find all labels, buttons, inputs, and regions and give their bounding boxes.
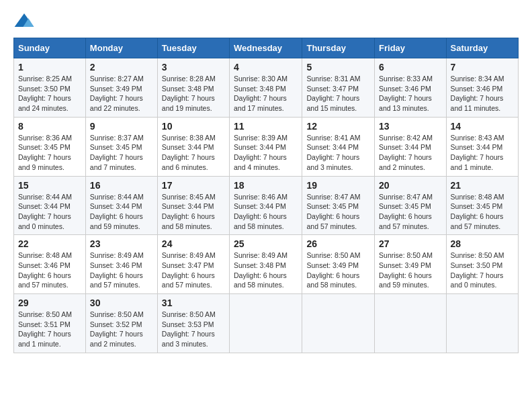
- day-info: Sunrise: 8:31 AM Sunset: 3:47 PM Dayligh…: [306, 74, 370, 113]
- day-cell: 12 Sunrise: 8:41 AM Sunset: 3:44 PM Dayl…: [302, 117, 375, 176]
- day-info: Sunrise: 8:46 AM Sunset: 3:44 PM Dayligh…: [234, 192, 298, 232]
- week-row-4: 22 Sunrise: 8:48 AM Sunset: 3:46 PM Dayl…: [14, 235, 519, 294]
- logo: [13, 11, 38, 32]
- day-cell: 15 Sunrise: 8:44 AM Sunset: 3:44 PM Dayl…: [14, 176, 86, 235]
- day-number: 10: [162, 121, 225, 132]
- day-number: 25: [234, 238, 298, 249]
- day-cell: 2 Sunrise: 8:27 AM Sunset: 3:49 PM Dayli…: [85, 58, 157, 118]
- day-info: Sunrise: 8:39 AM Sunset: 3:44 PM Dayligh…: [234, 133, 298, 173]
- day-number: 29: [18, 298, 81, 308]
- day-info: Sunrise: 8:50 AM Sunset: 3:51 PM Dayligh…: [18, 310, 81, 349]
- day-cell: 24 Sunrise: 8:49 AM Sunset: 3:47 PM Dayl…: [157, 235, 229, 294]
- header-wednesday: Wednesday: [230, 38, 302, 58]
- day-cell: 14 Sunrise: 8:43 AM Sunset: 3:44 PM Dayl…: [446, 117, 518, 176]
- day-number: 26: [306, 238, 370, 249]
- day-cell: 27 Sunrise: 8:50 AM Sunset: 3:49 PM Dayl…: [375, 235, 446, 294]
- header-monday: Monday: [85, 38, 157, 58]
- day-info: Sunrise: 8:49 AM Sunset: 3:46 PM Dayligh…: [90, 250, 153, 290]
- day-info: Sunrise: 8:25 AM Sunset: 3:50 PM Dayligh…: [18, 74, 81, 113]
- day-info: Sunrise: 8:43 AM Sunset: 3:44 PM Dayligh…: [451, 133, 514, 173]
- day-cell: 21 Sunrise: 8:48 AM Sunset: 3:45 PM Dayl…: [446, 176, 518, 235]
- day-info: Sunrise: 8:50 AM Sunset: 3:52 PM Dayligh…: [90, 310, 153, 349]
- day-info: Sunrise: 8:42 AM Sunset: 3:44 PM Dayligh…: [379, 133, 441, 173]
- day-number: 16: [90, 180, 153, 191]
- day-cell: 7 Sunrise: 8:34 AM Sunset: 3:46 PM Dayli…: [446, 58, 518, 118]
- day-number: 1: [18, 62, 81, 73]
- day-info: Sunrise: 8:30 AM Sunset: 3:48 PM Dayligh…: [234, 74, 298, 113]
- day-number: 13: [379, 121, 441, 132]
- day-number: 21: [451, 180, 514, 191]
- day-cell: 29 Sunrise: 8:50 AM Sunset: 3:51 PM Dayl…: [14, 294, 86, 353]
- day-info: Sunrise: 8:44 AM Sunset: 3:44 PM Dayligh…: [90, 192, 153, 232]
- day-info: Sunrise: 8:28 AM Sunset: 3:48 PM Dayligh…: [162, 74, 225, 113]
- day-cell: 30 Sunrise: 8:50 AM Sunset: 3:52 PM Dayl…: [85, 294, 157, 353]
- page-header: [13, 11, 519, 32]
- header-friday: Friday: [375, 38, 446, 58]
- day-info: Sunrise: 8:33 AM Sunset: 3:46 PM Dayligh…: [379, 74, 441, 113]
- day-info: Sunrise: 8:50 AM Sunset: 3:50 PM Dayligh…: [451, 250, 514, 290]
- day-cell: 17 Sunrise: 8:45 AM Sunset: 3:44 PM Dayl…: [157, 176, 229, 235]
- header-row: SundayMondayTuesdayWednesdayThursdayFrid…: [14, 38, 519, 58]
- day-cell: 19 Sunrise: 8:47 AM Sunset: 3:45 PM Dayl…: [302, 176, 375, 235]
- day-cell: 10 Sunrise: 8:38 AM Sunset: 3:44 PM Dayl…: [157, 117, 229, 176]
- week-row-2: 8 Sunrise: 8:36 AM Sunset: 3:45 PM Dayli…: [14, 117, 519, 176]
- day-number: 23: [90, 238, 153, 249]
- day-number: 5: [306, 62, 370, 73]
- day-info: Sunrise: 8:48 AM Sunset: 3:45 PM Dayligh…: [451, 192, 514, 232]
- day-cell: 16 Sunrise: 8:44 AM Sunset: 3:44 PM Dayl…: [85, 176, 157, 235]
- day-info: Sunrise: 8:45 AM Sunset: 3:44 PM Dayligh…: [162, 192, 225, 232]
- day-number: 31: [162, 298, 225, 308]
- day-number: 20: [379, 180, 441, 191]
- day-cell: 13 Sunrise: 8:42 AM Sunset: 3:44 PM Dayl…: [375, 117, 446, 176]
- day-number: 12: [306, 121, 370, 132]
- logo-icon: [13, 11, 35, 32]
- day-cell: 25 Sunrise: 8:49 AM Sunset: 3:48 PM Dayl…: [230, 235, 302, 294]
- day-cell: 8 Sunrise: 8:36 AM Sunset: 3:45 PM Dayli…: [14, 117, 86, 176]
- day-number: 22: [18, 238, 81, 249]
- day-number: 30: [90, 298, 153, 308]
- day-number: 14: [451, 121, 514, 132]
- day-cell: 18 Sunrise: 8:46 AM Sunset: 3:44 PM Dayl…: [230, 176, 302, 235]
- day-number: 7: [451, 62, 514, 73]
- day-number: 11: [234, 121, 298, 132]
- day-info: Sunrise: 8:50 AM Sunset: 3:53 PM Dayligh…: [162, 310, 225, 349]
- day-cell: [446, 294, 518, 353]
- day-number: 8: [18, 121, 81, 132]
- week-row-5: 29 Sunrise: 8:50 AM Sunset: 3:51 PM Dayl…: [14, 294, 519, 353]
- day-cell: [302, 294, 375, 353]
- day-info: Sunrise: 8:34 AM Sunset: 3:46 PM Dayligh…: [451, 74, 514, 113]
- week-row-1: 1 Sunrise: 8:25 AM Sunset: 3:50 PM Dayli…: [14, 58, 519, 118]
- header-thursday: Thursday: [302, 38, 375, 58]
- day-info: Sunrise: 8:36 AM Sunset: 3:45 PM Dayligh…: [18, 133, 81, 173]
- day-cell: 23 Sunrise: 8:49 AM Sunset: 3:46 PM Dayl…: [85, 235, 157, 294]
- day-number: 28: [451, 238, 514, 249]
- day-info: Sunrise: 8:27 AM Sunset: 3:49 PM Dayligh…: [90, 74, 153, 113]
- day-number: 9: [90, 121, 153, 132]
- day-info: Sunrise: 8:50 AM Sunset: 3:49 PM Dayligh…: [306, 250, 370, 290]
- day-number: 27: [379, 238, 441, 249]
- day-cell: [375, 294, 446, 353]
- day-cell: [230, 294, 302, 353]
- day-number: 24: [162, 238, 225, 249]
- day-number: 4: [234, 62, 298, 73]
- day-cell: 22 Sunrise: 8:48 AM Sunset: 3:46 PM Dayl…: [14, 235, 86, 294]
- day-info: Sunrise: 8:38 AM Sunset: 3:44 PM Dayligh…: [162, 133, 225, 173]
- header-tuesday: Tuesday: [157, 38, 229, 58]
- day-cell: 1 Sunrise: 8:25 AM Sunset: 3:50 PM Dayli…: [14, 58, 86, 118]
- day-info: Sunrise: 8:49 AM Sunset: 3:47 PM Dayligh…: [162, 250, 225, 290]
- day-cell: 5 Sunrise: 8:31 AM Sunset: 3:47 PM Dayli…: [302, 58, 375, 118]
- day-number: 2: [90, 62, 153, 73]
- day-number: 6: [379, 62, 441, 73]
- day-number: 3: [162, 62, 225, 73]
- day-number: 15: [18, 180, 81, 191]
- day-info: Sunrise: 8:41 AM Sunset: 3:44 PM Dayligh…: [306, 133, 370, 173]
- day-info: Sunrise: 8:44 AM Sunset: 3:44 PM Dayligh…: [18, 192, 81, 232]
- day-info: Sunrise: 8:47 AM Sunset: 3:45 PM Dayligh…: [379, 192, 441, 232]
- day-cell: 6 Sunrise: 8:33 AM Sunset: 3:46 PM Dayli…: [375, 58, 446, 118]
- day-cell: 31 Sunrise: 8:50 AM Sunset: 3:53 PM Dayl…: [157, 294, 229, 353]
- header-saturday: Saturday: [446, 38, 518, 58]
- day-number: 17: [162, 180, 225, 191]
- day-info: Sunrise: 8:47 AM Sunset: 3:45 PM Dayligh…: [306, 192, 370, 232]
- calendar-table: SundayMondayTuesdayWednesdayThursdayFrid…: [13, 38, 519, 353]
- day-cell: 11 Sunrise: 8:39 AM Sunset: 3:44 PM Dayl…: [230, 117, 302, 176]
